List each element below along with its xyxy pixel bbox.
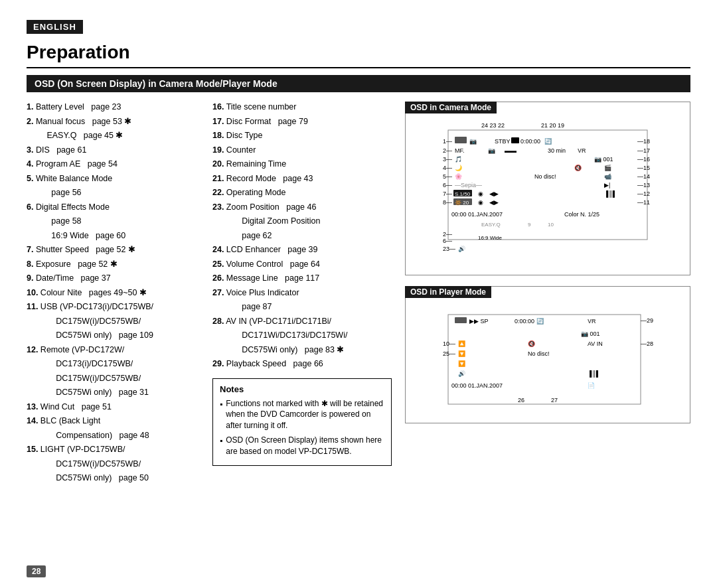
svg-text:📄: 📄 — [588, 382, 596, 390]
svg-text:—28: —28 — [641, 340, 653, 347]
list-item: DC175W(i)/DC575WB/ — [27, 373, 199, 385]
svg-text:◉: ◉ — [478, 199, 483, 206]
svg-text:21  20  19: 21 20 19 — [541, 122, 564, 129]
svg-text:No disc!: No disc! — [528, 350, 550, 357]
list-item: DC575Wi only) page 31 — [27, 387, 199, 399]
right-column: OSD in Camera Mode 24 23 22 21 20 19 1— … — [405, 102, 690, 487]
list-item: 1. Battery Level page 23 — [27, 102, 199, 113]
notes-text-2: OSD (On Screen Display) items shown here… — [226, 435, 384, 457]
svg-text:—18: —18 — [637, 138, 650, 145]
svg-text:8—: 8— — [443, 199, 452, 206]
svg-text:◉: ◉ — [478, 190, 483, 197]
svg-text:26: 26 — [518, 397, 524, 404]
svg-text:—17: —17 — [637, 147, 650, 154]
svg-text:No disc!: No disc! — [534, 173, 556, 180]
svg-text:🔊: 🔊 — [458, 245, 466, 253]
svg-text:5—: 5— — [443, 173, 452, 180]
list-item: page 56 — [27, 187, 199, 199]
svg-text:23—: 23— — [443, 246, 455, 252]
svg-text:🔼: 🔼 — [458, 340, 466, 348]
list-item: 19. Counter — [212, 145, 392, 157]
osd-camera-diagram: 24 23 22 21 20 19 1— 📷 STBY 0:00:00 🔄 — [406, 113, 690, 275]
svg-text:6—: 6— — [443, 182, 452, 188]
svg-text:16:9 Wide: 16:9 Wide — [478, 235, 503, 241]
notes-item: ▪ Functions not marked with ✱ will be re… — [220, 398, 384, 431]
list-item: 10. Colour Nite pages 49~50 ✱ — [27, 287, 199, 299]
svg-text:—29: —29 — [641, 317, 653, 324]
list-item: 5. White Balance Mode — [27, 173, 199, 185]
svg-text:📷 001: 📷 001 — [594, 155, 613, 163]
svg-text:AV IN: AV IN — [588, 340, 603, 347]
list-item: 21. Record Mode page 43 — [212, 173, 392, 185]
notes-text-1: Functions not marked with ✱ will be reta… — [226, 398, 384, 431]
svg-text:▬▬: ▬▬ — [505, 147, 517, 154]
svg-text:00:00 01.JAN.2007: 00:00 01.JAN.2007 — [451, 211, 503, 218]
svg-text:6—: 6— — [443, 238, 452, 244]
list-item: 20. Remaining Time — [212, 159, 392, 171]
list-item: 24. LCD Enhancer page 39 — [212, 244, 392, 256]
svg-text:2—: 2— — [443, 147, 452, 154]
osd-player-box: OSD in Player Mode —29 ▶▶ SP 0:00:00 🔄 V… — [405, 286, 690, 423]
list-item: 15. LIGHT (VP-DC175WB/ — [27, 444, 199, 456]
svg-text:—15: —15 — [637, 165, 650, 171]
bullet-icon: ▪ — [220, 399, 222, 431]
list-item: DC175W(i)/DC575WB/ — [27, 459, 199, 471]
list-item: 2. Manual focus page 53 ✱ — [27, 116, 199, 128]
svg-text:10—: 10— — [443, 340, 455, 347]
svg-text:📹: 📹 — [604, 173, 612, 181]
osd-camera-box: OSD in Camera Mode 24 23 22 21 20 19 1— … — [405, 102, 690, 275]
list-item: Digital Zoom Position — [212, 216, 392, 228]
middle-column: 16. Title scene number 17. Disc Format p… — [212, 102, 392, 487]
svg-text:EASY.Q: EASY.Q — [481, 222, 501, 228]
svg-text:🌸: 🌸 — [455, 173, 463, 181]
svg-text:—11: —11 — [637, 199, 650, 206]
list-item: 23. Zoom Position page 46 — [212, 202, 392, 214]
svg-text:0:00:00: 0:00:00 — [520, 138, 540, 145]
section-header: OSD (On Screen Display) in Camera Mode/P… — [27, 75, 690, 92]
list-item: 17. Disc Format page 79 — [212, 116, 392, 128]
svg-text:◀▶: ◀▶ — [489, 199, 499, 206]
list-item: 6. Digital Effects Mode — [27, 202, 199, 214]
page-container: ENGLISH Preparation OSD (On Screen Displ… — [0, 0, 717, 588]
svg-text:—14: —14 — [637, 173, 650, 180]
list-item: DC575Wi only) page 83 ✱ — [212, 344, 392, 356]
svg-text:📷: 📷 — [469, 137, 477, 145]
svg-text:▶|: ▶| — [604, 182, 610, 188]
list-item: 18. Disc Type — [212, 130, 392, 142]
svg-text:◀▶: ◀▶ — [489, 190, 499, 197]
list-item: 29. Playback Speed page 66 — [212, 358, 392, 370]
svg-rect-59 — [448, 315, 641, 404]
notes-item: ▪ OSD (On Screen Display) items shown he… — [220, 435, 384, 457]
list-item: page 87 — [212, 301, 392, 313]
svg-text:3—: 3— — [443, 156, 452, 163]
svg-text:10: 10 — [548, 222, 554, 228]
svg-text:▐║▌: ▐║▌ — [588, 370, 600, 378]
list-item: DC575Wi only) page 50 — [27, 473, 199, 484]
svg-text:27: 27 — [551, 397, 558, 404]
english-badge: ENGLISH — [27, 20, 83, 34]
list-item: 9. Date/Time page 37 — [27, 273, 199, 285]
svg-text:🌙: 🌙 — [455, 164, 463, 172]
svg-text:4—: 4— — [443, 165, 452, 171]
svg-text:▶▶ SP: ▶▶ SP — [469, 318, 489, 325]
list-item: page 58 — [27, 216, 199, 228]
list-item: 16. Title scene number — [212, 102, 392, 113]
page-number: 28 — [27, 565, 46, 577]
svg-text:30 min: 30 min — [548, 147, 566, 154]
list-item: DC575Wi only) page 109 — [27, 330, 199, 342]
svg-text:7—: 7— — [443, 190, 452, 197]
notes-title: Notes — [220, 384, 384, 394]
svg-text:0:00:00 🔄: 0:00:00 🔄 — [515, 317, 544, 325]
svg-rect-7 — [511, 137, 519, 143]
svg-text:S.1/50: S.1/50 — [455, 191, 471, 197]
list-item: 14. BLC (Back Light — [27, 415, 199, 427]
svg-text:Color N. 1/25: Color N. 1/25 — [564, 211, 599, 218]
list-item: 8. Exposure page 52 ✱ — [27, 259, 199, 271]
bullet-icon: ▪ — [220, 435, 222, 457]
svg-text:VR: VR — [578, 147, 586, 154]
left-column: 1. Battery Level page 23 2. Manual focus… — [27, 102, 199, 487]
svg-text:📷: 📷 — [488, 147, 496, 155]
svg-text:MF.: MF. — [455, 147, 465, 154]
svg-text:2—: 2— — [443, 231, 452, 238]
svg-text:🔽: 🔽 — [458, 360, 466, 368]
